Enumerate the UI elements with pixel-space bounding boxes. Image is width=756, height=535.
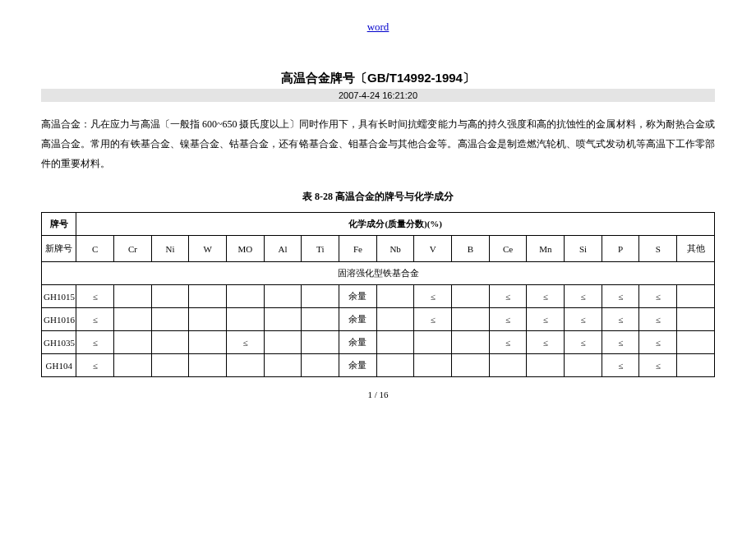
cell	[227, 308, 265, 331]
th-si: Si	[565, 236, 602, 262]
th-nb: Nb	[376, 236, 414, 262]
cell: ≤	[639, 354, 677, 377]
cell	[114, 331, 152, 354]
cell	[114, 308, 152, 331]
cell-grade: GH1015	[42, 285, 76, 308]
th-cr: Cr	[114, 236, 152, 262]
section-row: 固溶强化型铁基合金	[42, 262, 715, 285]
cell	[414, 331, 452, 354]
cell: 余量	[339, 331, 377, 354]
cell: ≤	[489, 285, 527, 308]
th-mn: Mn	[527, 236, 565, 262]
cell	[677, 308, 715, 331]
th-other: 其他	[677, 236, 715, 262]
table-row: GH104 ≤ 余量 ≤ ≤	[42, 354, 715, 377]
cell	[264, 354, 302, 377]
cell: ≤	[527, 308, 565, 331]
cell	[227, 354, 265, 377]
cell	[264, 331, 302, 354]
alloy-table: 牌号 化学成分(质量分数)(%) 新牌号 C Cr Ni W MO Al Ti …	[41, 212, 715, 377]
cell: ≤	[565, 308, 602, 331]
th-al: Al	[264, 236, 302, 262]
cell	[452, 331, 490, 354]
cell: ≤	[76, 354, 114, 377]
table-caption: 表 8-28 高温合金的牌号与化学成分	[41, 190, 715, 204]
th-new-grade: 新牌号	[42, 236, 76, 262]
th-mo: MO	[227, 236, 265, 262]
th-ti: Ti	[302, 236, 339, 262]
cell	[302, 308, 339, 331]
table-row: GH1016 ≤ 余量 ≤ ≤ ≤ ≤ ≤ ≤	[42, 308, 715, 331]
cell: ≤	[489, 308, 527, 331]
cell: ≤	[414, 285, 452, 308]
table-subheader-row: 新牌号 C Cr Ni W MO Al Ti Fe Nb V B Ce Mn S…	[42, 236, 715, 262]
cell	[189, 331, 227, 354]
cell-grade: GH1035	[42, 331, 76, 354]
cell	[151, 354, 189, 377]
th-chem: 化学成分(质量分数)(%)	[76, 213, 715, 236]
cell	[452, 354, 490, 377]
cell: ≤	[414, 308, 452, 331]
cell	[489, 354, 527, 377]
cell	[302, 354, 339, 377]
cell	[264, 308, 302, 331]
cell: ≤	[639, 308, 677, 331]
cell: ≤	[639, 285, 677, 308]
timestamp: 2007-4-24 16:21:20	[41, 89, 715, 102]
page-title: 高温合金牌号〔GB/T14992-1994〕	[41, 71, 715, 86]
cell: ≤	[602, 354, 639, 377]
th-p: P	[602, 236, 639, 262]
cell	[227, 285, 265, 308]
cell	[189, 308, 227, 331]
cell: ≤	[602, 331, 639, 354]
table-row: GH1035 ≤ ≤ 余量 ≤ ≤ ≤ ≤ ≤	[42, 331, 715, 354]
cell	[677, 354, 715, 377]
th-grade: 牌号	[42, 213, 76, 236]
cell: ≤	[76, 331, 114, 354]
cell	[114, 354, 152, 377]
cell	[264, 285, 302, 308]
cell: ≤	[527, 331, 565, 354]
cell: ≤	[489, 331, 527, 354]
cell	[565, 354, 602, 377]
cell	[376, 308, 414, 331]
cell: ≤	[565, 331, 602, 354]
cell: 余量	[339, 308, 377, 331]
intro-paragraph: 高温合金：凡在应力与高温〔一般指 600~650 摄氏度以上〕同时作用下，具有长…	[41, 114, 715, 173]
cell	[414, 354, 452, 377]
cell: 余量	[339, 354, 377, 377]
th-s: S	[639, 236, 677, 262]
page-number: 1 / 16	[41, 390, 715, 399]
cell	[302, 285, 339, 308]
th-c: C	[76, 236, 114, 262]
cell	[452, 308, 490, 331]
cell: ≤	[76, 285, 114, 308]
th-b: B	[452, 236, 490, 262]
cell: ≤	[565, 285, 602, 308]
cell: ≤	[602, 285, 639, 308]
th-w: W	[189, 236, 227, 262]
cell	[151, 308, 189, 331]
cell: ≤	[76, 308, 114, 331]
cell	[527, 354, 565, 377]
cell	[189, 354, 227, 377]
th-v: V	[414, 236, 452, 262]
cell	[114, 285, 152, 308]
cell	[376, 354, 414, 377]
header-link[interactable]: word	[41, 21, 715, 34]
table-row: GH1015 ≤ 余量 ≤ ≤ ≤ ≤ ≤ ≤	[42, 285, 715, 308]
cell-grade: GH104	[42, 354, 76, 377]
cell	[677, 331, 715, 354]
cell	[677, 285, 715, 308]
th-fe: Fe	[339, 236, 377, 262]
cell: ≤	[227, 331, 265, 354]
cell: ≤	[527, 285, 565, 308]
th-ni: Ni	[151, 236, 189, 262]
table-header-row: 牌号 化学成分(质量分数)(%)	[42, 213, 715, 236]
cell-grade: GH1016	[42, 308, 76, 331]
cell	[302, 331, 339, 354]
cell: 余量	[339, 285, 377, 308]
th-ce: Ce	[489, 236, 527, 262]
cell	[376, 331, 414, 354]
cell	[189, 285, 227, 308]
